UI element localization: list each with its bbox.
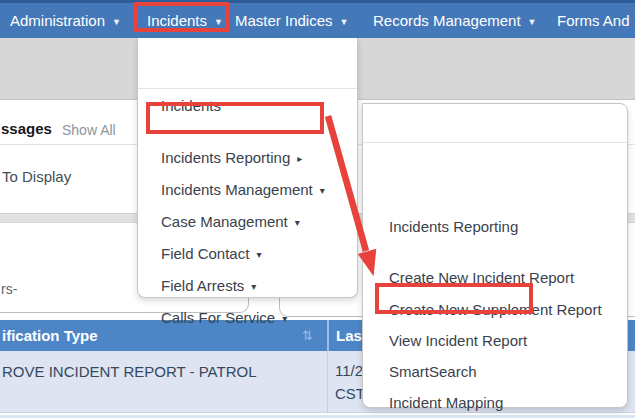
nav-item-master-indices[interactable]: Master Indices ▼ bbox=[235, 3, 348, 38]
nav-item-administration[interactable]: Administration ▼ bbox=[10, 3, 121, 38]
menu-item-label: Incidents Management bbox=[161, 180, 313, 200]
caret-down-icon: ▾ bbox=[256, 245, 261, 265]
nav-item-label: Master Indices bbox=[235, 12, 333, 29]
annotation-box-nav-incidents bbox=[134, 2, 229, 32]
row-column-divider bbox=[327, 351, 328, 412]
caret-down-icon: ▾ bbox=[282, 309, 287, 329]
submenu-item-label: Incidents Reporting bbox=[389, 217, 518, 237]
caret-down-icon: ▼ bbox=[528, 17, 537, 27]
chevron-right-icon: ▸ bbox=[297, 149, 302, 169]
nav-item-label: Administration bbox=[10, 12, 105, 29]
menu-item-calls-for-service[interactable]: Calls For Service ▾ bbox=[161, 308, 287, 328]
submenu-header-incidents-reporting[interactable]: Incidents Reporting bbox=[389, 217, 518, 237]
submenu-item-label: SmartSearch bbox=[389, 362, 477, 382]
submenu-item-label: View Incident Report bbox=[389, 331, 527, 351]
menu-item-field-arrests[interactable]: Field Arrests ▾ bbox=[161, 276, 256, 296]
row-date: 11/2 bbox=[335, 362, 363, 379]
menu-separator bbox=[138, 88, 357, 89]
submenu-item-label: Incident Mapping bbox=[389, 393, 503, 413]
annotation-box-incident-mapping bbox=[375, 283, 533, 314]
caret-down-icon: ▾ bbox=[251, 277, 256, 297]
menu-item-incidents-reporting[interactable]: Incidents Reporting ▸ bbox=[161, 148, 302, 168]
menu-item-incidents-management[interactable]: Incidents Management ▾ bbox=[161, 180, 325, 200]
app-root: ssages Show All To Display rs- ification… bbox=[0, 0, 635, 418]
row-notification-type: ROVE INCIDENT REPORT - PATROL bbox=[2, 363, 257, 380]
caret-down-icon: ▼ bbox=[340, 17, 349, 27]
menu-item-label: Field Arrests bbox=[161, 276, 244, 296]
menu-item-case-management[interactable]: Case Management ▾ bbox=[161, 212, 300, 232]
nav-item-label: Records Management bbox=[373, 12, 521, 29]
messages-empty-text: To Display bbox=[2, 168, 71, 185]
annotation-box-incidents-reporting bbox=[146, 102, 324, 134]
sort-icon[interactable]: ⇅ bbox=[302, 320, 313, 351]
menu-item-label: Calls For Service bbox=[161, 308, 275, 328]
caret-down-icon: ▾ bbox=[320, 181, 325, 201]
nav-item-label: Forms And bbox=[557, 12, 630, 29]
incidents-dropdown-menu: Incidents Incidents Reporting ▸ Incident… bbox=[137, 38, 358, 298]
column-header-notification-type[interactable]: ification Type bbox=[2, 320, 98, 351]
filter-text-fragment: rs- bbox=[1, 281, 17, 297]
row-timezone: CST bbox=[335, 385, 365, 402]
app-navbar: Administration ▼ Incidents ▼ Master Indi… bbox=[0, 0, 635, 38]
menu-separator bbox=[363, 142, 627, 143]
menu-item-label: Case Management bbox=[161, 212, 288, 232]
submenu-item-smartsearch[interactable]: SmartSearch bbox=[389, 362, 477, 382]
menu-item-field-contact[interactable]: Field Contact ▾ bbox=[161, 244, 261, 264]
nav-item-records-management[interactable]: Records Management ▼ bbox=[373, 3, 537, 38]
nav-item-forms-and[interactable]: Forms And bbox=[557, 3, 630, 38]
submenu-item-incident-mapping[interactable]: Incident Mapping bbox=[389, 393, 503, 413]
menu-item-label: Field Contact bbox=[161, 244, 249, 264]
submenu-item-view-incident-report[interactable]: View Incident Report bbox=[389, 331, 527, 351]
caret-down-icon: ▾ bbox=[295, 213, 300, 233]
menu-item-label: Incidents Reporting bbox=[161, 148, 290, 168]
caret-down-icon: ▼ bbox=[112, 17, 121, 27]
messages-panel-title: ssages bbox=[1, 120, 52, 137]
show-all-link[interactable]: Show All bbox=[62, 122, 116, 138]
column-divider bbox=[327, 320, 329, 351]
incidents-reporting-submenu: Incidents Reporting Create New Incident … bbox=[362, 103, 628, 408]
